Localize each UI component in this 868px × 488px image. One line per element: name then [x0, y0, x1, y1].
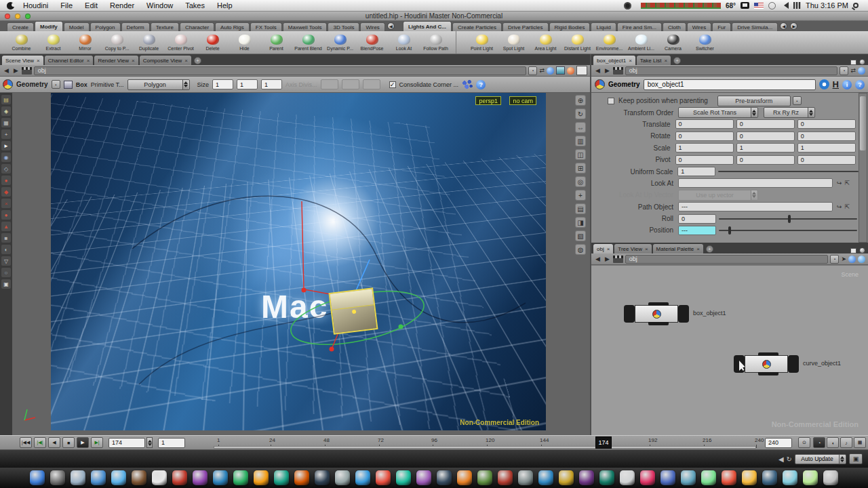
shelf-tab[interactable]: Create: [7, 22, 34, 31]
close-tab-icon[interactable]: ×: [629, 58, 632, 64]
shelf-tool-button[interactable]: Distant Light: [561, 31, 593, 54]
mouse-options-icon[interactable]: ◖: [827, 437, 839, 448]
consolidate-checkbox[interactable]: ✓: [389, 81, 396, 88]
maximize-pane-icon[interactable]: [850, 60, 856, 65]
shelf-scroll-left-icon[interactable]: ◀: [387, 22, 395, 30]
op-jump-icon[interactable]: ↪: [837, 203, 842, 210]
shelf-tool-button[interactable]: Hide: [229, 31, 260, 54]
op-pick-icon[interactable]: ⇱: [845, 203, 850, 210]
dock-app-icon[interactable]: [538, 470, 553, 485]
viewport-nocam-label[interactable]: no cam: [509, 96, 536, 105]
size-y-field[interactable]: 1: [237, 79, 258, 89]
roll-slider[interactable]: [719, 218, 857, 220]
dock-app-icon[interactable]: [579, 470, 594, 485]
transport-button[interactable]: |◀◀: [20, 437, 32, 448]
dock-app-icon[interactable]: [30, 470, 45, 485]
view-control-icon[interactable]: ⊞: [575, 163, 586, 174]
material-sphere-icon[interactable]: [567, 67, 574, 75]
refresh-icon[interactable]: ↻: [787, 455, 792, 463]
shelf-tab[interactable]: Rigid Bodies: [549, 22, 591, 31]
xform-order-select[interactable]: Scale Rot Trans: [678, 107, 758, 118]
view-control-icon[interactable]: +: [575, 190, 586, 201]
viewer-tool-icon[interactable]: ▲: [1, 222, 11, 231]
pane-tab[interactable]: Tree View×: [614, 244, 651, 253]
dock-app-icon[interactable]: [701, 470, 716, 485]
shelf-tab[interactable]: Texture: [151, 22, 179, 31]
rotate-order-select[interactable]: Rx Ry Rz: [764, 107, 815, 118]
viewer-tool-icon[interactable]: ■: [1, 233, 11, 243]
shelf-tab[interactable]: Cloth: [663, 22, 686, 31]
help-icon[interactable]: ?: [855, 80, 865, 89]
shelf-tool-button[interactable]: Parent: [260, 31, 292, 54]
dock-app-icon[interactable]: [396, 470, 411, 485]
keep-position-checkbox[interactable]: [608, 98, 614, 104]
path-back-icon[interactable]: ◀: [594, 67, 601, 74]
path-field[interactable]: obj: [625, 255, 829, 264]
input-language-flag-icon[interactable]: [754, 3, 764, 9]
shelf-tool-button[interactable]: Ambient Li...: [625, 31, 657, 54]
node-output-flag[interactable]: [788, 355, 799, 373]
auto-update-select[interactable]: Auto Update: [795, 454, 846, 464]
link-arrows-icon[interactable]: ⇄: [539, 67, 545, 74]
view-control-icon[interactable]: ▥: [575, 136, 586, 146]
path-field[interactable]: obj: [34, 66, 527, 75]
viewer-tool-icon[interactable]: ▤: [1, 95, 11, 104]
pane-menu-icon[interactable]: [859, 247, 865, 253]
follow-selection-icon[interactable]: ⇄: [850, 67, 856, 74]
pane-menu-icon[interactable]: [859, 59, 865, 65]
dock-app-icon[interactable]: [823, 470, 838, 485]
uniform-scale-slider[interactable]: [718, 171, 859, 172]
shelf-tab[interactable]: Drive Simula...: [732, 22, 778, 31]
geometry-box-icon[interactable]: [556, 66, 565, 75]
shelf-tool-button[interactable]: Spot Light: [498, 31, 530, 54]
viewer-tool-icon[interactable]: ▦: [1, 118, 11, 127]
shelf-tab[interactable]: Model: [64, 22, 90, 31]
shelf-tool-button[interactable]: Camera: [657, 31, 689, 54]
close-tab-icon[interactable]: ×: [132, 58, 135, 64]
apple-menu-icon[interactable]: [7, 2, 14, 9]
shelf-tab[interactable]: FX Tools: [250, 22, 282, 31]
view-control-icon[interactable]: ◨: [575, 217, 586, 228]
realtime-toggle-icon[interactable]: ⊙: [798, 437, 810, 448]
translate-z-field[interactable]: 0: [797, 119, 856, 129]
dock-app-icon[interactable]: [335, 470, 350, 485]
pretransform-select[interactable]: Pre-transform: [717, 96, 791, 106]
current-frame-field[interactable]: 174: [108, 438, 145, 448]
viewport-camera-label[interactable]: persp1: [475, 96, 501, 105]
dock-app-icon[interactable]: [599, 470, 614, 485]
menu-bar-clock[interactable]: Thu 3:16 PM: [806, 1, 848, 9]
dock-app-icon[interactable]: [193, 470, 208, 485]
dock-app-icon[interactable]: [437, 470, 452, 485]
viewer-tool-icon[interactable]: ○: [1, 268, 11, 277]
close-tab-icon[interactable]: ×: [607, 246, 610, 252]
dock-app-icon[interactable]: [294, 470, 309, 485]
transport-button[interactable]: ■: [62, 437, 75, 448]
battery-icon[interactable]: [768, 2, 776, 9]
dock-app-icon[interactable]: [50, 470, 65, 485]
pane-tab[interactable]: box_object1×: [593, 56, 635, 65]
path-dropdown-icon[interactable]: •: [528, 66, 537, 75]
dock-app-icon[interactable]: [783, 470, 797, 485]
view-control-icon[interactable]: ⇔: [575, 122, 586, 133]
start-frame-field[interactable]: 1: [158, 438, 185, 448]
uniform-scale-field[interactable]: 1: [677, 167, 715, 176]
dock-app-icon[interactable]: [254, 470, 269, 485]
shelf-tab[interactable]: Fur: [712, 22, 731, 31]
pane-tab[interactable]: Composite View×: [140, 56, 191, 65]
shelf-tab[interactable]: Lights And C...: [403, 21, 452, 31]
current-frame-marker[interactable]: 174: [595, 436, 612, 449]
dock-app-icon[interactable]: [132, 470, 146, 485]
help-icon[interactable]: ?: [476, 80, 486, 89]
dock-app-icon[interactable]: [762, 470, 777, 485]
path-back-icon[interactable]: ◀: [3, 67, 10, 74]
pane-tab[interactable]: Scene View×: [2, 56, 43, 65]
menu-item[interactable]: Edit: [79, 0, 104, 12]
path-dropdown-icon[interactable]: •: [840, 66, 848, 75]
viewport-3d[interactable]: Mac persp1 no cam Non-Commercial Edition: [51, 93, 546, 430]
pivot-x-field[interactable]: 0: [675, 155, 734, 165]
cpu-meter-icon[interactable]: [641, 3, 721, 9]
op-pick-icon[interactable]: ⇱: [845, 180, 850, 186]
roll-field[interactable]: 0: [678, 214, 716, 224]
dock-app-icon[interactable]: [416, 470, 431, 485]
dock-app-icon[interactable]: [274, 470, 289, 485]
